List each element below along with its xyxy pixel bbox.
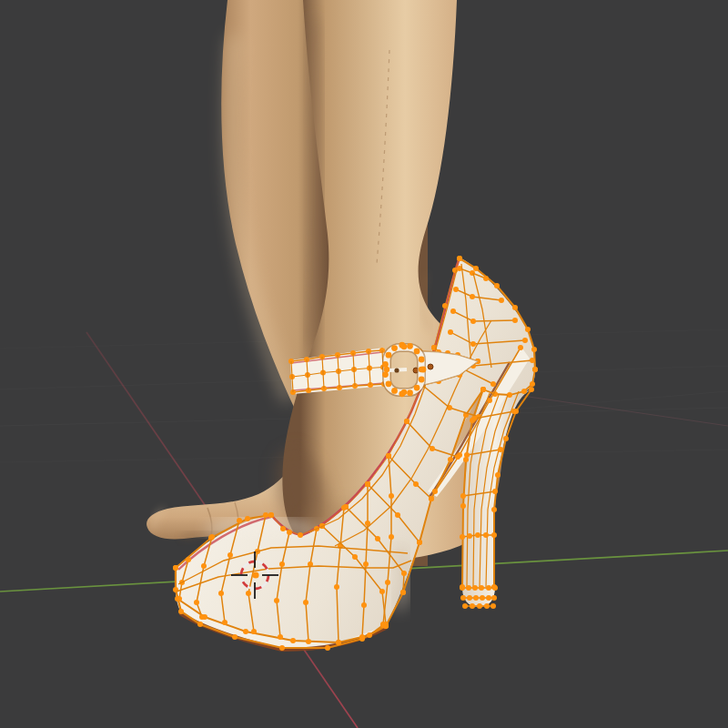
mesh-vertex[interactable] [490,603,496,609]
mesh-vertex[interactable] [532,367,538,372]
mesh-vertex[interactable] [222,620,228,625]
mesh-vertex[interactable] [287,530,292,535]
mesh-vertex[interactable] [429,496,434,501]
mesh-vertex[interactable] [199,614,205,620]
mesh-vertex[interactable] [494,283,500,288]
mesh-vertex[interactable] [448,457,453,462]
mesh-vertex[interactable] [201,563,207,569]
mesh-vertex[interactable] [278,634,283,640]
mesh-vertex[interactable] [460,585,465,591]
mesh-vertex[interactable] [383,622,389,627]
mesh-vertex[interactable] [395,512,400,518]
mesh-vertex[interactable] [382,361,389,368]
mesh-vertex[interactable] [518,345,523,350]
mesh-vertex[interactable] [389,534,394,540]
mesh-vertex[interactable] [479,585,484,591]
mesh-vertex[interactable] [417,540,422,545]
mesh-vertex[interactable] [298,532,303,538]
mesh-vertex[interactable] [486,595,491,601]
mesh-vertex[interactable] [512,305,518,310]
mesh-vertex[interactable] [401,389,407,395]
mesh-vertex[interactable] [484,603,490,609]
mesh-vertex[interactable] [386,453,391,459]
mesh-vertex[interactable] [186,557,191,562]
mesh-vertex[interactable] [384,367,389,372]
mesh-vertex[interactable] [263,512,268,518]
mesh-vertex[interactable] [460,534,465,540]
mesh-vertex[interactable] [460,503,466,509]
mesh-vertex[interactable] [453,287,459,292]
mesh-vertex[interactable] [470,603,475,609]
mesh-vertex[interactable] [472,585,478,591]
blender-3d-viewport[interactable] [0,0,728,728]
mesh-vertex[interactable] [521,389,527,394]
mesh-vertex[interactable] [463,457,469,462]
mesh-vertex[interactable] [483,532,489,538]
mesh-vertex[interactable] [499,298,504,303]
mesh-vertex[interactable] [498,447,503,452]
mesh-vertex[interactable] [466,585,471,591]
mesh-vertex[interactable] [490,381,496,387]
mesh-vertex[interactable] [177,596,182,602]
mesh-vertex[interactable] [391,388,398,394]
mesh-vertex[interactable] [413,481,419,487]
mesh-vertex[interactable] [336,640,341,645]
mesh-vertex[interactable] [419,357,425,363]
mesh-vertex[interactable] [251,629,257,634]
mesh-vertex[interactable] [530,358,535,363]
mesh-vertex[interactable] [432,489,438,494]
mesh-vertex[interactable] [375,536,380,541]
mesh-vertex[interactable] [325,645,330,651]
mesh-vertex[interactable] [470,318,476,324]
mesh-vertex[interactable] [306,639,311,644]
mesh-vertex[interactable] [480,595,485,601]
cursor-center-vertex[interactable] [252,571,258,578]
mesh-vertex[interactable] [407,389,413,396]
mesh-vertex[interactable] [486,585,491,591]
mesh-vertex[interactable] [385,580,390,585]
mesh-vertex[interactable] [503,436,509,441]
mesh-vertex[interactable] [367,632,372,638]
viewport-canvas[interactable] [0,0,728,728]
mesh-vertex[interactable] [480,387,486,392]
mesh-vertex[interactable] [232,634,238,640]
mesh-vertex[interactable] [483,276,489,281]
mesh-vertex[interactable] [467,595,472,601]
mesh-vertex[interactable] [334,584,339,590]
mesh-vertex[interactable] [471,416,477,421]
mesh-vertex[interactable] [529,387,534,392]
mesh-vertex[interactable] [290,638,296,643]
mesh-vertex[interactable] [404,419,410,424]
mesh-vertex[interactable] [473,595,479,601]
mesh-vertex[interactable] [243,629,248,634]
mesh-vertex[interactable] [389,493,394,499]
mesh-vertex[interactable] [386,380,392,387]
mesh-vertex[interactable] [470,294,475,299]
mesh-vertex[interactable] [491,507,497,512]
mesh-vertex[interactable] [228,552,233,558]
mesh-vertex[interactable] [491,532,497,538]
mesh-vertex[interactable] [178,609,184,614]
mesh-vertex[interactable] [359,634,365,640]
mesh-vertex[interactable] [363,561,369,567]
mesh-vertex[interactable] [303,600,308,605]
mesh-vertex[interactable] [400,590,406,595]
mesh-vertex[interactable] [419,367,424,372]
mesh-vertex[interactable] [274,598,279,603]
mesh-vertex[interactable] [386,352,392,359]
mesh-vertex[interactable] [430,446,435,451]
mesh-vertex[interactable] [530,381,535,387]
mesh-vertex[interactable] [462,603,468,609]
mesh-vertex[interactable] [460,493,466,499]
mesh-vertex[interactable] [455,454,460,460]
mesh-vertex[interactable] [352,554,358,560]
mesh-vertex[interactable] [531,347,537,352]
mesh-vertex[interactable] [379,589,385,594]
mesh-vertex[interactable] [457,256,462,261]
mesh-vertex[interactable] [268,512,274,518]
mesh-vertex[interactable] [525,327,531,332]
mesh-vertex[interactable] [473,266,479,271]
mesh-vertex[interactable] [511,409,517,414]
mesh-vertex[interactable] [450,308,456,314]
mesh-vertex[interactable] [522,338,528,343]
